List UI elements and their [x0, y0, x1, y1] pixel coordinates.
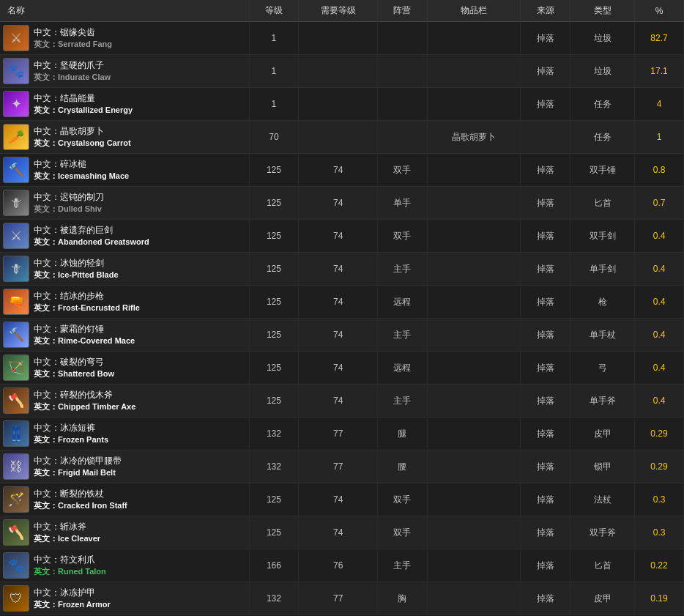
item-icon: 🪄 [3, 486, 29, 513]
col-header-level[interactable]: 等级 [249, 0, 299, 22]
table-row[interactable]: 🪓 中文：斩冰斧 英文：Ice Cleaver 12574双手掉落双手斧0.3 [0, 516, 684, 549]
item-pct: 4 [635, 88, 684, 121]
item-req-level [299, 22, 378, 55]
table-row[interactable]: 🪄 中文：断裂的铁杖 英文：Cracked Iron Staff 12574双手… [0, 483, 684, 516]
item-en-label: 英文：Runed Talon [34, 566, 106, 577]
item-source: 掉落 [521, 450, 570, 483]
item-type: 单手斧 [570, 385, 635, 418]
item-name-cell: 🗡 中文：迟钝的制刀 英文：Dulled Shiv [0, 187, 249, 220]
item-icon: 👖 [3, 420, 29, 447]
col-header-slot[interactable]: 物品栏 [427, 0, 521, 22]
col-header-req-level[interactable]: 需要等级 [299, 0, 378, 22]
item-faction [378, 22, 428, 55]
item-cell-content: 🪓 中文：斩冰斧 英文：Ice Cleaver [3, 519, 243, 546]
item-faction: 主手 [378, 549, 428, 582]
item-cell-content: ⛓ 中文：冰冷的锁甲腰带 英文：Frigid Mail Belt [3, 453, 243, 480]
item-cell-content: 🥕 中文：晶歌胡萝卜 英文：Crystalsong Carrot [3, 124, 243, 150]
item-en-label: 英文：Frozen Pants [34, 434, 108, 445]
item-cell-content: 🔫 中文：结冰的步枪 英文：Frost-Encrusted Rifle [3, 289, 243, 315]
item-cell-content: ⚔ 中文：被遗弃的巨剑 英文：Abandoned Greatsword [3, 223, 243, 249]
item-icon-symbol: 🪓 [8, 524, 24, 541]
item-cell-content: ✦ 中文：结晶能量 英文：Crystallized Energy [3, 91, 243, 117]
item-name-cell: 👖 中文：冰冻短裤 英文：Frozen Pants [0, 418, 249, 450]
item-name-cell: 🔨 中文：蒙霜的钉锤 英文：Rime-Covered Mace [0, 319, 249, 352]
item-faction [378, 88, 428, 121]
item-cell-content: 🗡 中文：迟钝的制刀 英文：Dulled Shiv [3, 190, 243, 216]
item-source: 掉落 [521, 319, 570, 352]
main-container: 名称 等级 需要等级 阵营 物品栏 来源 类型 % ⚔ 中文：锯缘尖齿 英文：S… [0, 0, 684, 615]
item-slot [427, 88, 521, 121]
table-row[interactable]: ⚔ 中文：锯缘尖齿 英文：Serrated Fang 1掉落垃圾82.7 [0, 22, 684, 55]
item-name-cell: ⚔ 中文：锯缘尖齿 英文：Serrated Fang [0, 22, 249, 55]
item-names: 中文：破裂的弯弓 英文：Shattered Bow [34, 356, 114, 379]
item-cn-label: 中文：迟钝的制刀 [34, 191, 104, 204]
item-slot [427, 55, 521, 88]
item-cell-content: 🐾 中文：符文利爪 英文：Runed Talon [3, 552, 243, 579]
item-req-level [299, 55, 378, 88]
item-cn-label: 中文：冰蚀的轻剑 [34, 257, 119, 270]
item-pct: 0.8 [635, 154, 684, 187]
item-slot [427, 582, 521, 615]
item-cn-label: 中文：破裂的弯弓 [34, 356, 114, 368]
item-type: 弓 [570, 352, 635, 385]
table-row[interactable]: 🥕 中文：晶歌胡萝卜 英文：Crystalsong Carrot 70晶歌胡萝卜… [0, 121, 684, 154]
item-slot [427, 450, 521, 483]
item-slot [427, 220, 521, 253]
item-type: 单手杖 [570, 319, 635, 352]
table-row[interactable]: ✦ 中文：结晶能量 英文：Crystallized Energy 1掉落任务4 [0, 88, 684, 121]
item-faction: 远程 [378, 352, 428, 385]
item-source: 掉落 [521, 352, 570, 385]
item-names: 中文：迟钝的制刀 英文：Dulled Shiv [34, 191, 104, 215]
item-type: 双手剑 [570, 220, 635, 253]
item-type: 双手斧 [570, 516, 635, 549]
table-row[interactable]: 🔨 中文：蒙霜的钉锤 英文：Rime-Covered Mace 12574主手掉… [0, 319, 684, 352]
item-type: 匕首 [570, 549, 635, 582]
col-header-pct[interactable]: % [635, 0, 684, 22]
table-row[interactable]: ⛓ 中文：冰冷的锁甲腰带 英文：Frigid Mail Belt 13277腰掉… [0, 450, 684, 483]
item-icon: ⛓ [3, 453, 29, 480]
table-row[interactable]: 🗡 中文：迟钝的制刀 英文：Dulled Shiv 12574单手掉落匕首0.7 [0, 187, 684, 220]
table-row[interactable]: 🔫 中文：结冰的步枪 英文：Frost-Encrusted Rifle 1257… [0, 286, 684, 319]
item-cell-content: ⚔ 中文：锯缘尖齿 英文：Serrated Fang [3, 25, 243, 51]
table-row[interactable]: 👖 中文：冰冻短裤 英文：Frozen Pants 13277腿掉落皮甲0.29 [0, 418, 684, 450]
item-en-label: 英文：Abandoned Greatsword [34, 237, 149, 248]
item-cn-label: 中文：碎裂的伐木斧 [34, 389, 135, 401]
item-type: 垃圾 [570, 22, 635, 55]
item-icon-symbol: 🗡 [10, 196, 23, 211]
item-slot [427, 187, 521, 220]
item-icon: 🏹 [3, 355, 29, 381]
item-req-level: 74 [299, 483, 378, 516]
item-pct: 0.4 [635, 220, 684, 253]
item-cell-content: 🪓 中文：碎裂的伐木斧 英文：Chipped Timber Axe [3, 387, 243, 414]
item-type: 法杖 [570, 483, 635, 516]
item-name-cell: 🪓 中文：斩冰斧 英文：Ice Cleaver [0, 516, 249, 549]
col-header-faction[interactable]: 阵营 [378, 0, 428, 22]
item-cell-content: 🏹 中文：破裂的弯弓 英文：Shattered Bow [3, 355, 243, 381]
item-name-cell: ⛓ 中文：冰冷的锁甲腰带 英文：Frigid Mail Belt [0, 450, 249, 483]
table-row[interactable]: 🏹 中文：破裂的弯弓 英文：Shattered Bow 12574远程掉落弓0.… [0, 352, 684, 385]
item-faction: 远程 [378, 286, 428, 319]
item-source: 掉落 [521, 187, 570, 220]
table-row[interactable]: 🗡 中文：冰蚀的轻剑 英文：Ice-Pitted Blade 12574主手掉落… [0, 253, 684, 286]
table-row[interactable]: ⚔ 中文：被遗弃的巨剑 英文：Abandoned Greatsword 1257… [0, 220, 684, 253]
item-type: 任务 [570, 121, 635, 154]
table-row[interactable]: 🪓 中文：碎裂的伐木斧 英文：Chipped Timber Axe 12574主… [0, 385, 684, 418]
item-faction: 双手 [378, 483, 428, 516]
item-level: 166 [249, 549, 299, 582]
table-row[interactable]: 🛡 中文：冰冻护甲 英文：Frozen Armor 13277胸掉落皮甲0.19 [0, 582, 684, 615]
col-header-name[interactable]: 名称 [0, 0, 249, 22]
item-name-cell: 🗡 中文：冰蚀的轻剑 英文：Ice-Pitted Blade [0, 253, 249, 286]
item-pct: 0.4 [635, 286, 684, 319]
item-name-cell: 🔨 中文：碎冰槌 英文：Icesmashing Mace [0, 154, 249, 187]
item-pct: 0.29 [635, 418, 684, 450]
item-name-cell: 🏹 中文：破裂的弯弓 英文：Shattered Bow [0, 352, 249, 385]
table-row[interactable]: 🐾 中文：坚硬的爪子 英文：Indurate Claw 1掉落垃圾17.1 [0, 55, 684, 88]
item-source: 掉落 [521, 286, 570, 319]
item-pct: 0.3 [635, 516, 684, 549]
col-header-source[interactable]: 来源 [521, 0, 570, 22]
item-names: 中文：被遗弃的巨剑 英文：Abandoned Greatsword [34, 224, 149, 248]
col-header-type[interactable]: 类型 [570, 0, 635, 22]
item-names: 中文：断裂的铁杖 英文：Cracked Iron Staff [34, 488, 127, 511]
table-row[interactable]: 🐾 中文：符文利爪 英文：Runed Talon 16676主手掉落匕首0.22 [0, 549, 684, 582]
table-row[interactable]: 🔨 中文：碎冰槌 英文：Icesmashing Mace 12574双手掉落双手… [0, 154, 684, 187]
